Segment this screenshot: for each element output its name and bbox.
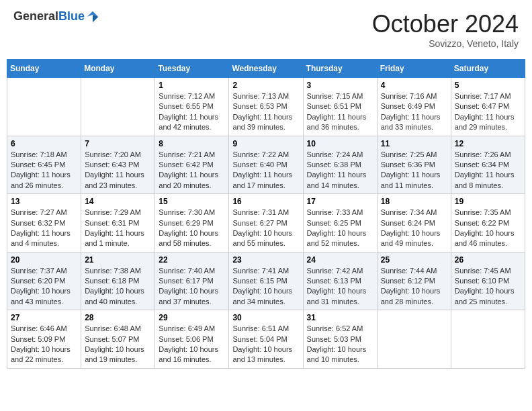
day-number: 11 <box>381 139 447 148</box>
calendar-cell: 29Sunrise: 6:49 AMSunset: 5:06 PMDayligh… <box>155 310 229 369</box>
logo: GeneralBlue <box>13 10 99 24</box>
day-info: Sunrise: 7:34 AMSunset: 6:24 PMDaylight:… <box>381 208 447 249</box>
page-header: GeneralBlue October 2024 Sovizzo, Veneto… <box>7 7 525 52</box>
logo-icon <box>86 10 99 24</box>
calendar-cell: 25Sunrise: 7:44 AMSunset: 6:12 PMDayligh… <box>377 252 451 310</box>
day-number: 24 <box>307 255 373 265</box>
day-number: 30 <box>232 313 299 322</box>
calendar-cell: 27Sunrise: 6:46 AMSunset: 5:09 PMDayligh… <box>7 310 81 369</box>
day-number: 15 <box>159 197 225 206</box>
calendar-cell: 1Sunrise: 7:12 AMSunset: 6:55 PMDaylight… <box>155 78 229 136</box>
day-info: Sunrise: 7:38 AMSunset: 6:18 PMDaylight:… <box>85 266 151 308</box>
calendar-header: SundayMondayTuesdayWednesdayThursdayFrid… <box>7 60 525 78</box>
location: Sovizzo, Veneto, Italy <box>372 38 519 49</box>
day-number: 9 <box>232 139 299 148</box>
day-number: 26 <box>455 255 521 265</box>
calendar-cell: 7Sunrise: 7:20 AMSunset: 6:43 PMDaylight… <box>81 136 155 194</box>
day-info: Sunrise: 7:17 AMSunset: 6:47 PMDaylight:… <box>455 91 521 133</box>
calendar-cell: 4Sunrise: 7:16 AMSunset: 6:49 PMDaylight… <box>377 78 451 136</box>
calendar-cell <box>377 310 451 369</box>
day-info: Sunrise: 7:13 AMSunset: 6:53 PMDaylight:… <box>232 91 299 133</box>
day-number: 31 <box>307 313 373 322</box>
day-info: Sunrise: 7:31 AMSunset: 6:27 PMDaylight:… <box>232 208 299 249</box>
day-info: Sunrise: 7:30 AMSunset: 6:29 PMDaylight:… <box>159 208 225 249</box>
calendar-cell: 9Sunrise: 7:22 AMSunset: 6:40 PMDaylight… <box>229 136 303 194</box>
calendar-cell: 30Sunrise: 6:51 AMSunset: 5:04 PMDayligh… <box>229 310 303 369</box>
day-info: Sunrise: 7:15 AMSunset: 6:51 PMDaylight:… <box>307 91 373 133</box>
day-number: 27 <box>11 313 77 322</box>
day-number: 2 <box>232 81 299 90</box>
calendar-cell: 14Sunrise: 7:29 AMSunset: 6:31 PMDayligh… <box>81 194 155 253</box>
day-info: Sunrise: 7:33 AMSunset: 6:25 PMDaylight:… <box>307 208 373 249</box>
day-info: Sunrise: 7:27 AMSunset: 6:32 PMDaylight:… <box>11 208 77 249</box>
day-number: 13 <box>11 197 77 206</box>
day-info: Sunrise: 7:12 AMSunset: 6:55 PMDaylight:… <box>159 91 225 133</box>
day-info: Sunrise: 6:51 AMSunset: 5:04 PMDaylight:… <box>232 324 299 365</box>
day-number: 12 <box>455 139 521 148</box>
day-info: Sunrise: 6:48 AMSunset: 5:07 PMDaylight:… <box>85 324 151 365</box>
day-info: Sunrise: 7:44 AMSunset: 6:12 PMDaylight:… <box>381 266 447 308</box>
day-of-week-header: Friday <box>377 60 451 78</box>
day-of-week-header: Sunday <box>7 60 81 78</box>
calendar-cell: 23Sunrise: 7:41 AMSunset: 6:15 PMDayligh… <box>229 252 303 310</box>
day-info: Sunrise: 7:20 AMSunset: 6:43 PMDaylight:… <box>85 150 151 191</box>
calendar-cell: 2Sunrise: 7:13 AMSunset: 6:53 PMDaylight… <box>229 78 303 136</box>
day-number: 23 <box>232 255 299 265</box>
calendar-cell: 21Sunrise: 7:38 AMSunset: 6:18 PMDayligh… <box>81 252 155 310</box>
calendar-cell: 20Sunrise: 7:37 AMSunset: 6:20 PMDayligh… <box>7 252 81 310</box>
calendar-cell: 5Sunrise: 7:17 AMSunset: 6:47 PMDaylight… <box>451 78 525 136</box>
day-number: 4 <box>381 81 447 90</box>
calendar-cell: 26Sunrise: 7:45 AMSunset: 6:10 PMDayligh… <box>451 252 525 310</box>
day-info: Sunrise: 7:42 AMSunset: 6:13 PMDaylight:… <box>307 266 373 308</box>
day-info: Sunrise: 7:45 AMSunset: 6:10 PMDaylight:… <box>455 266 521 308</box>
calendar-cell <box>451 310 525 369</box>
day-of-week-header: Saturday <box>451 60 525 78</box>
calendar-cell: 6Sunrise: 7:18 AMSunset: 6:45 PMDaylight… <box>7 136 81 194</box>
logo-general-text: General <box>13 9 58 23</box>
day-info: Sunrise: 7:26 AMSunset: 6:34 PMDaylight:… <box>455 150 521 191</box>
month-title: October 2024 <box>372 10 519 38</box>
logo-blue-text: Blue <box>58 9 85 23</box>
calendar-cell: 13Sunrise: 7:27 AMSunset: 6:32 PMDayligh… <box>7 194 81 253</box>
day-of-week-header: Monday <box>81 60 155 78</box>
title-block: October 2024 Sovizzo, Veneto, Italy <box>372 10 519 49</box>
calendar-table: SundayMondayTuesdayWednesdayThursdayFrid… <box>7 59 525 369</box>
day-info: Sunrise: 7:16 AMSunset: 6:49 PMDaylight:… <box>381 91 447 133</box>
day-number: 14 <box>85 197 151 206</box>
day-info: Sunrise: 7:24 AMSunset: 6:38 PMDaylight:… <box>307 150 373 191</box>
day-info: Sunrise: 7:21 AMSunset: 6:42 PMDaylight:… <box>159 150 225 191</box>
day-info: Sunrise: 7:25 AMSunset: 6:36 PMDaylight:… <box>381 150 447 191</box>
calendar-cell: 12Sunrise: 7:26 AMSunset: 6:34 PMDayligh… <box>451 136 525 194</box>
calendar-cell: 24Sunrise: 7:42 AMSunset: 6:13 PMDayligh… <box>303 252 377 310</box>
day-info: Sunrise: 7:41 AMSunset: 6:15 PMDaylight:… <box>232 266 299 308</box>
calendar-cell: 16Sunrise: 7:31 AMSunset: 6:27 PMDayligh… <box>229 194 303 253</box>
day-number: 20 <box>11 255 77 265</box>
day-info: Sunrise: 6:52 AMSunset: 5:03 PMDaylight:… <box>307 324 373 365</box>
calendar-cell: 19Sunrise: 7:35 AMSunset: 6:22 PMDayligh… <box>451 194 525 253</box>
day-number: 7 <box>85 139 151 148</box>
calendar-cell: 10Sunrise: 7:24 AMSunset: 6:38 PMDayligh… <box>303 136 377 194</box>
calendar-cell <box>7 78 81 136</box>
day-of-week-header: Wednesday <box>229 60 303 78</box>
day-info: Sunrise: 6:49 AMSunset: 5:06 PMDaylight:… <box>159 324 225 365</box>
day-number: 3 <box>307 81 373 90</box>
day-of-week-header: Tuesday <box>155 60 229 78</box>
day-info: Sunrise: 7:22 AMSunset: 6:40 PMDaylight:… <box>232 150 299 191</box>
day-number: 18 <box>381 197 447 206</box>
day-number: 5 <box>455 81 521 90</box>
day-info: Sunrise: 7:29 AMSunset: 6:31 PMDaylight:… <box>85 208 151 249</box>
day-info: Sunrise: 6:46 AMSunset: 5:09 PMDaylight:… <box>11 324 77 365</box>
calendar-cell: 22Sunrise: 7:40 AMSunset: 6:17 PMDayligh… <box>155 252 229 310</box>
day-number: 29 <box>159 313 225 322</box>
day-number: 17 <box>307 197 373 206</box>
day-of-week-header: Thursday <box>303 60 377 78</box>
day-info: Sunrise: 7:40 AMSunset: 6:17 PMDaylight:… <box>159 266 225 308</box>
day-number: 22 <box>159 255 225 265</box>
day-number: 1 <box>159 81 225 90</box>
day-number: 16 <box>232 197 299 206</box>
day-info: Sunrise: 7:37 AMSunset: 6:20 PMDaylight:… <box>11 266 77 308</box>
day-number: 10 <box>307 139 373 148</box>
calendar-cell: 8Sunrise: 7:21 AMSunset: 6:42 PMDaylight… <box>155 136 229 194</box>
day-number: 8 <box>159 139 225 148</box>
day-number: 21 <box>85 255 151 265</box>
